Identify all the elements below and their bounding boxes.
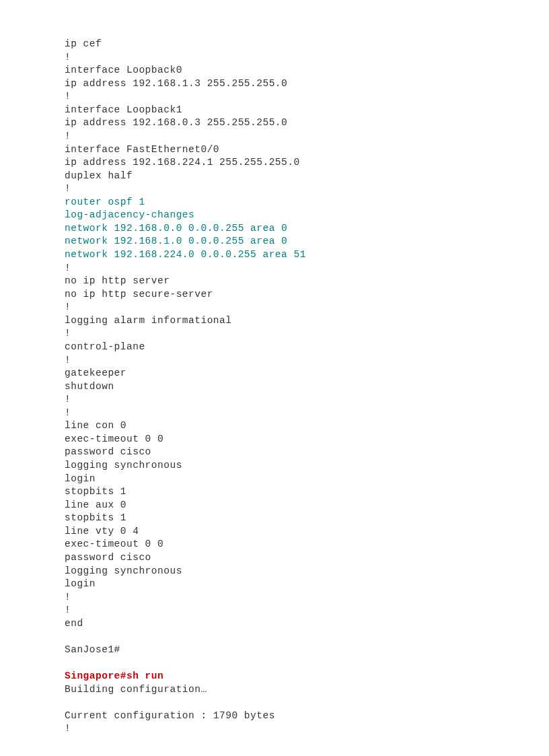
config-line: ! — [65, 182, 549, 196]
config-line: gatekeeper — [65, 367, 549, 380]
config-line: ! — [65, 604, 549, 617]
config-line: interface Loopback1 — [65, 104, 549, 117]
config-line: ! — [65, 407, 549, 420]
config-line: no ip http secure-server — [65, 288, 549, 302]
config-line: password cisco — [65, 551, 549, 565]
config-line: duplex half — [65, 170, 549, 183]
config-line: Building configuration… — [65, 683, 549, 697]
config-line: exec-timeout 0 0 — [65, 538, 549, 551]
blank-line — [65, 630, 549, 644]
config-line: interface Loopback0 — [65, 64, 549, 77]
config-line: line aux 0 — [65, 499, 549, 512]
config-line: ! — [65, 354, 549, 368]
config-line: stopbits 1 — [65, 512, 549, 525]
config-line: logging synchronous — [65, 459, 549, 473]
config-line: ! — [65, 130, 549, 143]
config-line: line con 0 — [65, 419, 549, 433]
config-line: network 192.168.0.0 0.0.0.255 area 0 — [65, 222, 549, 236]
config-line: ! — [65, 591, 549, 605]
config-line: logging synchronous — [65, 565, 549, 578]
config-line: shutdown — [65, 380, 549, 394]
config-line: router ospf 1 — [65, 196, 549, 209]
config-line: ip address 192.168.224.1 255.255.255.0 — [65, 156, 549, 170]
config-line: ! — [65, 90, 549, 104]
config-line: stopbits 1 — [65, 485, 549, 499]
blank-line — [65, 656, 549, 670]
config-line: line vty 0 4 — [65, 525, 549, 539]
config-line: ! — [65, 51, 549, 65]
config-line: ! — [65, 722, 549, 736]
config-line: interface FastEthernet0/0 — [65, 143, 549, 157]
config-line: ip cef — [65, 38, 549, 51]
config-line: exec-timeout 0 0 — [65, 433, 549, 446]
config-line: Singapore#sh run — [65, 670, 549, 683]
config-line: ip address 192.168.1.3 255.255.255.0 — [65, 77, 549, 91]
config-line: Current configuration : 1790 bytes — [65, 710, 549, 723]
config-line: logging alarm informational — [65, 314, 549, 328]
config-line: network 192.168.1.0 0.0.0.255 area 0 — [65, 235, 549, 248]
config-line: ip address 192.168.0.3 255.255.255.0 — [65, 116, 549, 130]
blank-line — [65, 696, 549, 710]
config-line: ! — [65, 393, 549, 407]
config-line: control-plane — [65, 341, 549, 354]
config-output: ip cef!interface Loopback0ip address 192… — [65, 38, 549, 736]
config-line: login — [65, 473, 549, 486]
config-line: log-adjacency-changes — [65, 209, 549, 222]
config-line: ! — [65, 327, 549, 341]
config-line: login — [65, 578, 549, 591]
config-line: no ip http server — [65, 275, 549, 288]
config-line: ! — [65, 301, 549, 314]
config-line: end — [65, 617, 549, 631]
config-line: password cisco — [65, 446, 549, 459]
config-line: network 192.168.224.0 0.0.0.255 area 51 — [65, 248, 549, 262]
config-line: SanJose1# — [65, 644, 549, 657]
config-line: ! — [65, 262, 549, 275]
